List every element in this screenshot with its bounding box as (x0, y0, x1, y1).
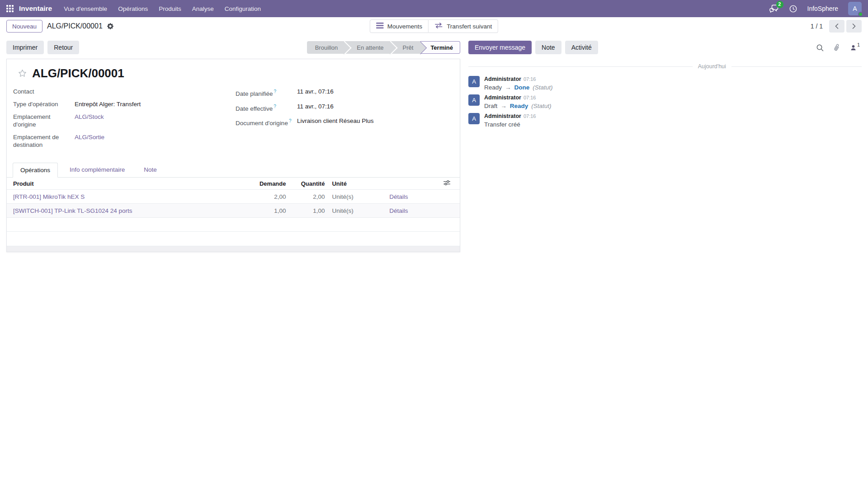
message-time: 07:16 (524, 76, 536, 82)
chatter: Envoyer message Note Activité 1 Aujourd'… (468, 41, 862, 252)
pager-previous-button[interactable] (829, 20, 844, 33)
activity-button[interactable]: Activité (565, 41, 598, 54)
message-time: 07:16 (524, 95, 536, 100)
status-step-label: Brouillon (315, 44, 338, 51)
form-toolbar: Imprimer Retour Brouillon En attente Prê… (6, 41, 460, 54)
arrow-right-icon: → (500, 103, 507, 109)
nav-item-overview[interactable]: Vue d'ensemble (58, 1, 113, 16)
field-value-scheduled-date[interactable]: 11 avr., 07:16 (297, 88, 334, 95)
operations-table: Produit Demande Quantité Unité [RTR-001]… (7, 178, 460, 246)
tab-note[interactable]: Note (137, 163, 164, 177)
send-message-button[interactable]: Envoyer message (468, 41, 532, 54)
unit-cell: Unité(s) (328, 204, 386, 218)
nav-item-analysis[interactable]: Analyse (187, 1, 219, 16)
form-sheet: ALG/PICK/00001 Contact Type d'opération … (6, 59, 460, 252)
message-time: 07:16 (524, 113, 536, 119)
details-link[interactable]: Détails (386, 190, 440, 204)
return-button[interactable]: Retour (47, 41, 79, 54)
apps-grid-icon[interactable] (6, 5, 14, 12)
activities-clock-icon[interactable] (789, 5, 797, 13)
table-header-row: Produit Demande Quantité Unité (7, 178, 460, 190)
new-button[interactable]: Nouveau (6, 20, 42, 33)
details-link[interactable]: Détails (386, 204, 440, 218)
date-divider-label: Aujourd'hui (698, 63, 726, 70)
online-status-dot (858, 12, 863, 17)
avatar: A (468, 76, 480, 87)
field-label: Document d'origine? (236, 117, 297, 127)
messages-icon[interactable]: 2 (769, 4, 779, 13)
product-link[interactable]: [RTR-001] MikroTik hEX S (7, 190, 249, 204)
followers-icon[interactable]: 1 (850, 44, 860, 51)
demand-cell[interactable]: 1,00 (249, 204, 290, 218)
next-transfer-button-label: Transfert suivant (447, 23, 492, 30)
search-messages-icon[interactable] (816, 44, 824, 52)
message-author: Administrator (484, 94, 521, 101)
list-lines-icon (376, 23, 384, 30)
status-step-label: Terminé (430, 44, 453, 51)
quantity-cell[interactable]: 1,00 (289, 204, 328, 218)
app-name-menu[interactable]: Inventaire (19, 5, 52, 13)
chatter-message: A Administrator07:16 Ready→Done(Statut) (468, 76, 862, 91)
user-avatar[interactable]: A (848, 2, 862, 15)
field-label: Date planifiée? (236, 88, 297, 98)
pager-next-button[interactable] (846, 20, 862, 33)
messages-badge: 2 (776, 1, 783, 8)
avatar: A (468, 113, 480, 124)
log-note-button[interactable]: Note (535, 41, 561, 54)
arrow-right-icon: → (505, 84, 511, 91)
field-value-operation-type[interactable]: Entrepôt Alger: Transfert (75, 100, 141, 108)
control-panel: Nouveau ALG/PICK/00001 Mouvements Transf… (0, 17, 868, 35)
transfer-arrows-icon (434, 23, 443, 30)
attachments-paperclip-icon[interactable] (833, 44, 840, 51)
table-footer-strip (7, 246, 460, 252)
chatter-message: A Administrator07:16 Transfer créé (468, 113, 862, 128)
print-button[interactable]: Imprimer (6, 41, 44, 54)
date-divider: Aujourd'hui (468, 63, 862, 70)
message-body: Ready→Done(Statut) (484, 84, 553, 91)
tab-operations[interactable]: Opérations (13, 163, 58, 178)
field-label: Type d'opération (13, 100, 75, 108)
next-transfer-button[interactable]: Transfert suivant (429, 19, 498, 33)
nav-item-operations[interactable]: Opérations (113, 1, 153, 16)
status-step-waiting[interactable]: En attente (345, 41, 391, 54)
table-row: [SWITCH-001] TP-Link TL-SG1024 24 ports … (7, 204, 460, 218)
gear-icon[interactable] (107, 23, 113, 29)
nav-item-configuration[interactable]: Configuration (219, 1, 266, 16)
field-source-document: Document d'origine? Livraison client Rés… (236, 117, 449, 127)
empty-table-row (7, 218, 460, 232)
status-step-draft[interactable]: Brouillon (307, 41, 345, 54)
breadcrumb: ALG/PICK/00001 (47, 22, 103, 30)
field-label: Emplacement de destination (13, 133, 75, 149)
quantity-cell[interactable]: 2,00 (289, 190, 328, 204)
movements-button[interactable]: Mouvements (370, 19, 429, 33)
product-link[interactable]: [SWITCH-001] TP-Link TL-SG1024 24 ports (7, 204, 249, 218)
field-value-source-location[interactable]: ALG/Stock (75, 113, 104, 121)
table-row: [RTR-001] MikroTik hEX S 2,00 2,00 Unité… (7, 190, 460, 204)
field-value-effective-date[interactable]: 11 avr., 07:16 (297, 103, 334, 110)
help-icon: ? (289, 118, 292, 123)
column-header-product: Produit (7, 178, 249, 190)
field-source-location: Emplacement d'origine ALG/Stock (13, 113, 226, 128)
field-value-destination-location[interactable]: ALG/Sortie (75, 133, 104, 141)
field-label: Date effective? (236, 103, 297, 113)
field-label: Emplacement d'origine (13, 113, 75, 128)
optional-columns-icon[interactable] (440, 178, 460, 190)
field-label: Contact (13, 88, 75, 95)
column-header-quantity: Quantité (289, 178, 328, 190)
chatter-toolbar: Envoyer message Note Activité 1 (468, 41, 862, 54)
company-name[interactable]: InfoSphere (807, 5, 839, 12)
top-navbar: Inventaire Vue d'ensemble Opérations Pro… (0, 0, 868, 17)
field-contact: Contact (13, 88, 226, 95)
message-author: Administrator (484, 113, 521, 119)
unit-cell: Unité(s) (328, 190, 386, 204)
status-step-label: En attente (357, 44, 383, 51)
help-icon: ? (274, 104, 276, 109)
nav-item-products[interactable]: Produits (153, 1, 187, 16)
field-value-source-document[interactable]: Livraison client Réseau Plus (297, 117, 374, 125)
field-operation-type: Type d'opération Entrepôt Alger: Transfe… (13, 100, 226, 108)
tab-extra-info[interactable]: Info complémentaire (62, 163, 132, 177)
help-icon: ? (274, 89, 277, 94)
movements-button-label: Mouvements (387, 23, 422, 30)
favorite-star-icon[interactable] (18, 69, 27, 78)
demand-cell[interactable]: 2,00 (249, 190, 290, 204)
